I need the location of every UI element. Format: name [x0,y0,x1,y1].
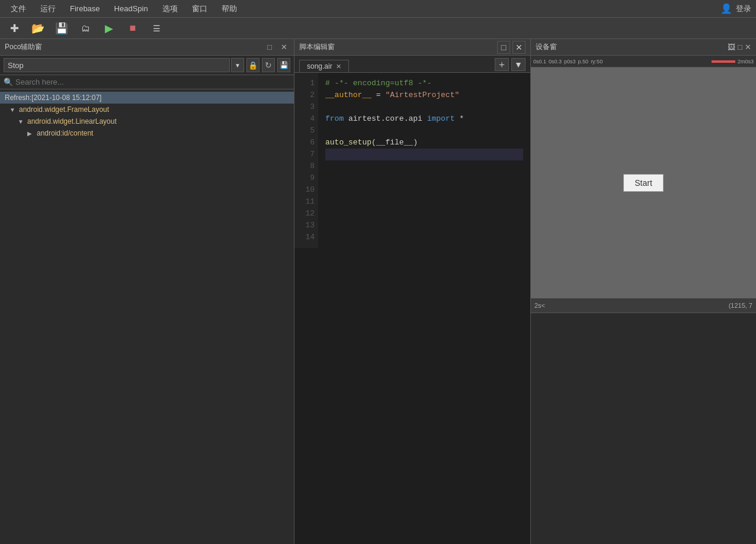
menu-help[interactable]: 帮助 [216,1,243,17]
tree-arrow-framelayout: ▼ [9,107,17,113]
code-line-14 [325,231,523,243]
device-panel-header: 设备窗 🖼 □ ✕ [531,39,756,56]
code-line-11 [325,196,523,208]
device-screen: Start [531,67,756,298]
tree-arrow-linearlayout: ▼ [18,118,25,125]
code-content: # -*- encoding=utf8 -*- __author__ = "Ai… [318,73,530,248]
new-button[interactable]: ✚ [7,21,21,36]
device-bottom-label: 2s< [534,302,545,309]
add-tab-btn[interactable]: ＋ [495,58,509,71]
menu-window[interactable]: 窗口 [186,1,213,17]
tree-item-linearlayout[interactable]: ▼ android.widget.LinearLayout [0,115,294,127]
dropdown-arrow[interactable]: ▼ [231,58,244,72]
refresh-item[interactable]: Refresh:[2021-10-08 15:12:07] [0,92,294,104]
poco-panel-title: Poco辅助窗 [5,42,262,52]
device-panel: 设备窗 🖼 □ ✕ 0s0.1 0s0.3 p0s3 p.50 ry:50 2m… [531,39,756,544]
start-button[interactable]: Start [623,174,664,192]
code-line-6: auto_setup(__file__) [325,137,523,149]
tab-name: song.air [307,62,332,70]
login-area[interactable]: 👤 登录 [720,3,751,14]
menu-run[interactable]: 运行 [34,1,62,17]
timeline-red-bar [712,60,735,63]
code-line-9 [325,172,523,184]
timeline-mark-4: ry:50 [591,59,603,65]
menu-headspin[interactable]: HeadSpin [108,2,154,15]
device-close-icon[interactable]: ✕ [745,43,751,51]
search-input[interactable] [15,78,290,86]
lock-icon-btn[interactable]: 🔒 [246,58,260,72]
poco-minimize-icon[interactable]: □ [264,42,275,53]
linearlayout-label: android.widget.LinearLayout [27,117,117,125]
poco-panel-header: Poco辅助窗 □ ✕ [0,39,294,56]
code-line-1: # -*- encoding=utf8 -*- [325,78,523,89]
poco-panel-icons: □ ✕ [264,42,289,53]
editor-panel: 脚本编辑窗 □ ✕ song.air ✕ ＋ ▼ 12345 678910 [294,39,531,544]
timeline-mark-2: p0s3 [564,59,576,65]
tree-arrow-content: ▶ [27,130,34,137]
tab-menu-btn[interactable]: ▼ [511,58,526,71]
code-editor[interactable]: 12345 678910 11121314 # -*- encoding=utf… [294,73,530,544]
timeline-bar: 0s0.1 0s0.3 p0s3 p.50 ry:50 2m0s3 [531,56,756,67]
code-line-4: from airtest.core.api import * [325,113,523,125]
editor-panel-title: 脚本编辑窗 [299,42,335,52]
device-minimize-icon[interactable]: □ [738,43,742,51]
code-line-10 [325,184,523,196]
stop-button[interactable]: ■ [126,21,140,36]
editor-header: 脚本编辑窗 □ ✕ [294,39,530,56]
open-button[interactable]: 📂 [31,21,45,36]
search-icon: 🔍 [4,78,13,86]
tab-bar: song.air ✕ ＋ ▼ [294,56,530,73]
refresh-icon-btn[interactable]: ↻ [262,58,275,72]
toolbar: ✚ 📂 💾 🗂 ▶ ■ ☰ [0,18,756,39]
device-empty-area [531,313,756,544]
code-line-13 [325,220,523,231]
content-label: android:id/content [37,129,93,137]
code-line-2: __author__ = "AirtestProject" [325,89,523,101]
code-lines: 12345 678910 11121314 # -*- encoding=utf… [294,73,530,248]
device-screenshot-icon[interactable]: 🖼 [728,43,735,51]
tree-item-content[interactable]: ▶ android:id/content [0,127,294,139]
tab-close-icon[interactable]: ✕ [336,63,341,70]
line-numbers: 12345 678910 11121314 [294,73,318,248]
tree-item-framelayout[interactable]: ▼ android.widget.FrameLayout [0,104,294,115]
code-line-12 [325,208,523,220]
record-button[interactable]: ☰ [149,21,164,36]
code-line-8 [325,160,523,172]
run-button[interactable]: ▶ [102,21,116,36]
poco-close-icon[interactable]: ✕ [278,42,289,53]
timeline-mark-0: 0s0.1 [533,59,546,65]
poco-panel: Poco辅助窗 □ ✕ Stop ▼ 🔒 ↻ 💾 🔍 [0,39,294,544]
device-coords: (1215, 7 [729,302,752,309]
stop-dropdown[interactable]: Stop [4,58,230,72]
code-line-5 [325,125,523,137]
timeline-spacer [605,56,735,67]
save-button[interactable]: 💾 [55,21,69,36]
device-panel-icons: 🖼 □ ✕ [728,43,751,51]
editor-actions: □ ✕ [497,41,526,54]
refresh-timestamp: Refresh:[2021-10-08 15:12:07] [5,94,101,102]
search-row: 🔍 [0,75,294,89]
login-label: 登录 [736,4,751,14]
poco-dropdown-row: Stop ▼ 🔒 ↻ 💾 [0,56,294,75]
save-small-icon-btn[interactable]: 💾 [277,58,290,72]
menu-file[interactable]: 文件 [5,1,32,17]
timeline-mark-3: p.50 [578,59,589,65]
timeline-mark-1: 0s0.3 [549,59,562,65]
menu-firebase[interactable]: Firebase [64,2,106,15]
main-layout: Poco辅助窗 □ ✕ Stop ▼ 🔒 ↻ 💾 🔍 [0,39,756,544]
menu-options[interactable]: 选项 [156,1,184,17]
editor-minimize-btn[interactable]: □ [497,41,510,54]
stop-dropdown-value: Stop [8,61,24,70]
editor-close-btn[interactable]: ✕ [512,41,526,54]
device-panel-title: 设备窗 [536,42,725,52]
framelayout-label: android.widget.FrameLayout [19,105,109,114]
code-line-7 [325,149,523,160]
song-air-tab[interactable]: song.air ✕ [299,60,349,72]
menu-bar: 文件 运行 Firebase HeadSpin 选项 窗口 帮助 👤 登录 [0,0,756,18]
device-bottom-bar: 2s< (1215, 7 [531,298,756,313]
tree-area: Refresh:[2021-10-08 15:12:07] ▼ android.… [0,89,294,544]
code-line-3 [325,101,523,113]
save-all-button[interactable]: 🗂 [78,21,92,36]
timeline-mark-5: 2m0s3 [738,59,754,65]
